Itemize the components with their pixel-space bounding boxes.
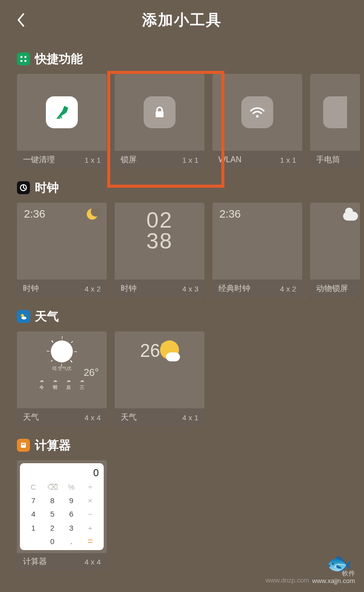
chevron-left-icon — [16, 12, 25, 27]
widget-label: 锁屏 — [121, 155, 137, 165]
calc-key: C — [25, 481, 42, 493]
widget-dim: 4 x 3 — [182, 285, 198, 293]
section-title: 时钟 — [35, 180, 59, 196]
widget-dim: 1 x 1 — [84, 156, 101, 164]
widget-card-lock[interactable]: 锁屏 1 x 1 — [115, 74, 204, 169]
calc-key: 7 — [25, 495, 42, 506]
calc-key: 1 — [25, 522, 42, 534]
widget-label: WLAN — [218, 155, 241, 164]
calc-key: = — [82, 536, 99, 547]
clock-icon — [17, 181, 30, 194]
watermark-text-2: www.dnzp.com — [266, 577, 309, 584]
clock-time: 2:36 — [219, 208, 241, 221]
section-clock: 时钟 2:36 时钟 4 x 2 02 38 时钟 4 x 3 2 — [0, 180, 364, 297]
weather-icon — [17, 310, 30, 323]
moon-icon — [87, 209, 98, 220]
forecast-row: ☁今 ☁明 ☁后 ☁三 — [39, 378, 84, 391]
svg-point-8 — [21, 316, 26, 319]
back-button[interactable] — [11, 10, 31, 30]
widget-card-weather-1[interactable]: 晴 空气优 26° ☁今 ☁明 ☁后 ☁三 天气 4 x 4 — [17, 331, 107, 426]
widget-card-flashlight[interactable]: 手电筒 — [310, 74, 360, 169]
widget-label: 计算器 — [23, 557, 47, 567]
calc-key: 8 — [44, 495, 61, 506]
widget-dim: 1 x 1 — [182, 156, 198, 164]
sun-cloud-icon — [160, 340, 179, 359]
svg-rect-2 — [20, 60, 22, 62]
widget-dim: 4 x 4 — [84, 558, 101, 566]
widget-label: 经典时钟 — [218, 284, 250, 294]
section-calc: 计算器 0 C⌫%÷789×456−123+0.= 计算器 4 x 4 — [0, 437, 364, 570]
calc-display: 0 — [25, 467, 99, 481]
calc-key: 4 — [25, 508, 42, 520]
svg-rect-10 — [22, 444, 25, 445]
clock-big-bot: 38 — [147, 231, 173, 252]
sun-icon — [51, 340, 73, 362]
section-quick: 快捷功能 一键清理 1 x 1 锁屏 1 x 1 — [0, 51, 364, 169]
calc-key: ⌫ — [44, 481, 61, 493]
calc-key: 2 — [44, 522, 61, 534]
clock-big-top: 02 — [147, 210, 173, 231]
calc-key: 9 — [63, 495, 80, 506]
widget-label: 手电筒 — [316, 155, 340, 165]
lock-icon — [144, 96, 176, 128]
widget-dim: 4 x 2 — [84, 285, 101, 293]
calc-key: × — [82, 495, 99, 506]
calc-key: % — [63, 481, 80, 493]
section-title: 快捷功能 — [35, 51, 83, 67]
calc-key: 5 — [44, 508, 61, 520]
grid-icon — [17, 52, 30, 65]
calc-key: 6 — [63, 508, 80, 520]
section-title: 计算器 — [35, 437, 71, 453]
widget-card-clock-1[interactable]: 2:36 时钟 4 x 2 — [17, 203, 107, 297]
widget-dim: 1 x 1 — [280, 156, 296, 164]
svg-rect-4 — [156, 111, 164, 117]
section-weather: 天气 晴 空气优 26° ☁今 ☁明 ☁后 ☁三 天气 4 x 4 26℃ — [0, 308, 364, 426]
page-title: 添加小工具 — [0, 10, 364, 30]
widget-card-clean[interactable]: 一键清理 1 x 1 — [17, 74, 107, 169]
widget-card-weather-2[interactable]: 26℃ 天气 4 x 1 — [115, 331, 204, 426]
flashlight-icon — [323, 96, 347, 128]
calc-key: 3 — [63, 522, 80, 534]
widget-label: 动物锁屏 — [316, 284, 348, 294]
calc-key: 0 — [44, 536, 61, 547]
widget-card-clock-2[interactable]: 02 38 时钟 4 x 3 — [115, 203, 204, 297]
widget-label: 时钟 — [23, 284, 39, 294]
svg-rect-3 — [24, 60, 26, 62]
wifi-icon — [241, 96, 273, 128]
widget-card-clock-4[interactable]: 动物锁屏 — [310, 203, 360, 297]
weather-temp: 26℃ — [140, 340, 160, 361]
widget-dim: 4 x 1 — [182, 413, 198, 422]
header-bar: 添加小工具 — [0, 0, 364, 40]
section-title: 天气 — [35, 308, 59, 324]
widget-label: 天气 — [121, 412, 137, 423]
svg-point-5 — [256, 115, 259, 118]
svg-rect-9 — [21, 443, 26, 448]
clock-time: 2:36 — [24, 208, 45, 221]
calculator-preview: 0 C⌫%÷789×456−123+0.= — [20, 463, 104, 550]
calc-key: − — [82, 508, 99, 520]
widget-label: 时钟 — [121, 284, 137, 294]
svg-rect-1 — [24, 56, 26, 58]
widget-dim: 4 x 2 — [280, 285, 296, 293]
widget-label: 天气 — [23, 412, 39, 423]
calc-key: ÷ — [82, 481, 99, 493]
calc-key: + — [82, 522, 99, 534]
widget-card-wlan[interactable]: WLAN 1 x 1 — [212, 74, 302, 169]
broom-icon — [46, 96, 78, 128]
calc-key: . — [63, 536, 80, 547]
calc-key — [25, 536, 42, 547]
widget-label: 一键清理 — [23, 155, 55, 165]
watermark-text: 軟件 www.xajjn.com — [312, 570, 355, 585]
weather-temp: 26° — [84, 367, 99, 378]
widget-dim: 4 x 4 — [84, 413, 101, 422]
svg-rect-0 — [20, 56, 22, 58]
widget-card-calc[interactable]: 0 C⌫%÷789×456−123+0.= 计算器 4 x 4 — [17, 460, 107, 570]
calc-icon — [17, 439, 30, 452]
widget-card-clock-3[interactable]: 2:36 经典时钟 4 x 2 — [212, 203, 302, 297]
cloud-icon — [343, 212, 358, 221]
